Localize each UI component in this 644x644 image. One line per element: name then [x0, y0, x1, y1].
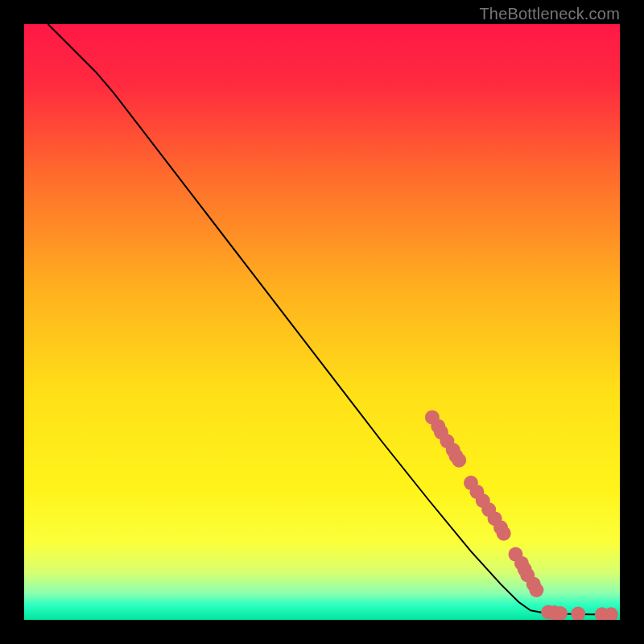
chart-frame: TheBottleneck.com: [0, 0, 644, 644]
watermark-text: TheBottleneck.com: [479, 5, 620, 23]
marker-dot: [452, 453, 466, 468]
marker-dot: [529, 583, 543, 597]
chart-background: [24, 24, 620, 620]
marker-dot: [497, 526, 511, 541]
chart-svg: [24, 24, 620, 620]
plot-area: [24, 24, 620, 620]
